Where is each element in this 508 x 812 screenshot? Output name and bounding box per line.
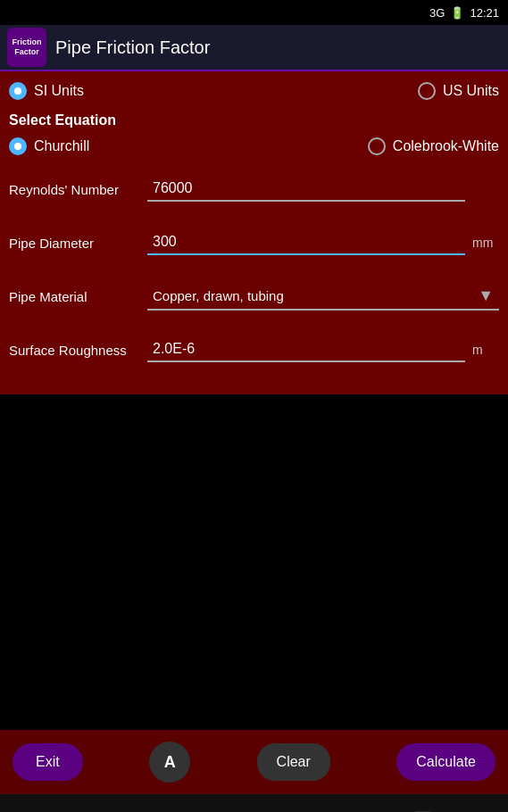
app-icon: Friction Factor	[7, 28, 46, 67]
pipe-diameter-unit: mm	[472, 236, 499, 250]
page-title: Pipe Friction Factor	[55, 37, 210, 58]
surface-roughness-row: Surface Roughness m	[9, 330, 499, 369]
churchill-option[interactable]: Churchill	[9, 137, 89, 155]
churchill-radio[interactable]	[9, 137, 27, 155]
colebrook-label: Colebrook-White	[393, 138, 499, 154]
us-units-label: US Units	[443, 83, 499, 99]
status-bar: 3G 🔋 12:21	[0, 0, 508, 25]
recent-icon[interactable]: ▣	[413, 807, 432, 812]
bottom-bar: Exit A Clear Calculate	[0, 730, 508, 794]
pipe-diameter-row: Pipe Diameter mm	[9, 223, 499, 262]
title-bar: Friction Factor Pipe Friction Factor	[0, 25, 508, 71]
pipe-material-selector[interactable]: Copper, drawn, tubing ▼	[147, 283, 499, 311]
pipe-material-value: Copper, drawn, tubing	[153, 288, 474, 303]
app-icon-line1: Friction	[12, 37, 42, 47]
units-row: SI Units US Units	[9, 82, 499, 100]
clear-button[interactable]: Clear	[257, 743, 330, 781]
reynolds-row: Reynolds' Number	[9, 170, 499, 209]
network-indicator: 3G	[429, 6, 445, 20]
a-button[interactable]: A	[149, 742, 190, 783]
churchill-label: Churchill	[34, 138, 89, 154]
pipe-material-row: Pipe Material Copper, drawn, tubing ▼	[9, 277, 499, 316]
si-units-radio[interactable]	[9, 82, 27, 100]
battery-icon: 🔋	[450, 6, 464, 20]
equation-row: Churchill Colebrook-White	[9, 137, 499, 155]
exit-button[interactable]: Exit	[12, 743, 83, 781]
surface-roughness-input[interactable]	[147, 337, 465, 362]
main-content: SI Units US Units Select Equation Church…	[0, 71, 508, 394]
si-units-label: SI Units	[34, 83, 84, 99]
si-units-option[interactable]: SI Units	[9, 82, 84, 100]
us-units-radio[interactable]	[418, 82, 436, 100]
surface-roughness-unit: m	[472, 343, 499, 357]
dropdown-arrow-icon: ▼	[478, 286, 494, 305]
reynolds-label: Reynolds' Number	[9, 182, 147, 197]
black-area	[0, 394, 508, 730]
reynolds-input[interactable]	[147, 177, 465, 202]
pipe-diameter-input[interactable]	[147, 230, 465, 255]
colebrook-radio[interactable]	[368, 137, 386, 155]
time-display: 12:21	[470, 6, 499, 20]
surface-roughness-label: Surface Roughness	[9, 343, 147, 358]
home-icon[interactable]: ⌂	[248, 807, 260, 812]
calculate-button[interactable]: Calculate	[396, 743, 496, 781]
colebrook-option[interactable]: Colebrook-White	[368, 137, 499, 155]
back-icon[interactable]: ←	[76, 807, 96, 812]
pipe-material-label: Pipe Material	[9, 289, 147, 304]
pipe-diameter-label: Pipe Diameter	[9, 236, 147, 251]
us-units-option[interactable]: US Units	[418, 82, 499, 100]
app-icon-line2: Factor	[14, 47, 39, 57]
nav-bar: ← ⌂ ▣	[0, 794, 508, 812]
select-equation-label: Select Equation	[9, 112, 499, 128]
